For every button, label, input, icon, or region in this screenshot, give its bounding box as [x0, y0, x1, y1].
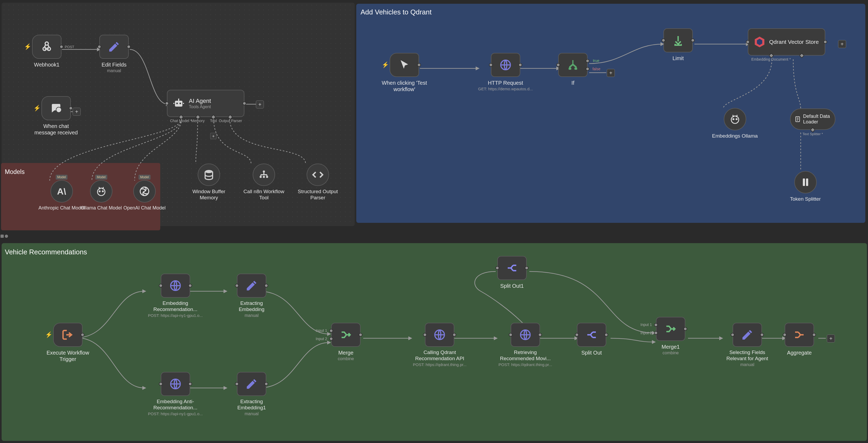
- svg-point-15: [266, 176, 268, 178]
- plus-connector[interactable]: +: [73, 108, 81, 116]
- bolt-icon: ⚡: [24, 43, 31, 50]
- ollama-icon: [728, 113, 741, 125]
- node-merge1[interactable]: Input 1 Input 2 Merge1 combine: [656, 317, 685, 355]
- anthropic-icon: A\: [57, 186, 66, 197]
- node-ollama-chat[interactable]: Model Ollama Chat Model: [81, 180, 122, 211]
- svg-point-21: [731, 116, 739, 123]
- svg-rect-25: [803, 178, 805, 186]
- merge1-in2: Input 2: [641, 331, 652, 335]
- database-icon: [203, 168, 215, 181]
- node-sub: combine: [662, 351, 679, 355]
- node-sub: manual: [245, 313, 258, 318]
- node-sub: POST: https://api-ny1-gpu1.o...: [148, 313, 203, 318]
- node-sub: POST: https://qdrant.thing.pr...: [499, 362, 552, 367]
- merge-in1: Input 1: [316, 328, 327, 333]
- node-sub: POST: https://qdrant.thing.pr...: [413, 362, 467, 367]
- node-chat-trigger[interactable]: ⚡ When chat message received: [32, 96, 80, 136]
- svg-point-3: [56, 107, 61, 113]
- pause-icon: [799, 176, 812, 189]
- svg-point-12: [263, 171, 265, 173]
- node-emb-anti[interactable]: Embedding Anti-Recommendation... POST: h…: [148, 372, 203, 416]
- node-selecting-fields[interactable]: Selecting Fields Relevant for Agent manu…: [723, 323, 771, 367]
- if-true-label: true: [593, 59, 599, 63]
- node-ai-agent[interactable]: AI Agent Tools Agent Chat Model * Memory…: [167, 90, 244, 123]
- chat-icon: [50, 102, 62, 115]
- node-label: Embeddings Ollama: [712, 133, 758, 139]
- plus-connector[interactable]: +: [607, 69, 615, 77]
- node-call-n8n[interactable]: Call n8n Workflow Tool: [240, 164, 288, 201]
- node-label: Embedding Recommendation...: [151, 300, 199, 313]
- node-sub: POST: https://api-ny1-gpu1.o...: [148, 411, 203, 416]
- node-data-loader[interactable]: Default Data Loader Text Splitter *: [790, 109, 835, 134]
- port-tool: Tool: [210, 119, 217, 123]
- node-label: Limit: [673, 55, 684, 61]
- svg-point-23: [736, 119, 737, 120]
- workflow-canvas[interactable]: Add Vehicles to Qdrant Vehicle Recommend…: [0, 0, 868, 443]
- svg-point-9: [102, 191, 103, 192]
- node-limit[interactable]: Limit: [663, 28, 693, 61]
- node-label: Merge1: [661, 344, 680, 350]
- node-exec-trigger[interactable]: ⚡ Execute Workflow Trigger: [44, 323, 92, 362]
- node-label: Qdrant Vector Store: [769, 39, 819, 45]
- plus-connector[interactable]: +: [256, 100, 264, 109]
- globe-icon: [519, 328, 532, 341]
- svg-rect-18: [575, 68, 577, 70]
- globe-icon: [169, 378, 182, 390]
- node-label: Webhook1: [34, 61, 59, 68]
- node-structured-parser[interactable]: Structured Output Parser: [294, 164, 342, 201]
- node-emb-rec[interactable]: Embedding Recommendation... POST: https:…: [148, 274, 203, 318]
- canvas-controls[interactable]: [1, 235, 8, 441]
- merge-icon: [664, 323, 677, 335]
- robot-icon: [172, 97, 185, 110]
- node-if[interactable]: true false If: [558, 53, 588, 86]
- svg-point-11: [205, 170, 213, 173]
- plus-connector[interactable]: +: [827, 334, 835, 343]
- node-label: Retrieving Recommended Movi...: [497, 350, 553, 362]
- node-split-out1[interactable]: Split Out1: [497, 256, 527, 289]
- node-calling-qdrant[interactable]: Calling Qdrant Recommendation API POST: …: [413, 323, 467, 367]
- node-label: When clicking 'Test workflow': [380, 80, 428, 92]
- node-extract-emb1[interactable]: Extracting Embedding1 manual: [227, 372, 276, 416]
- node-sub: GET: https://demo.wpautos.d...: [478, 87, 533, 91]
- globe-icon: [499, 59, 512, 71]
- node-label: Anthropic Chat Model: [38, 205, 85, 211]
- merge-in2: Input 2: [316, 337, 327, 341]
- section-vehicle-rec-title: Vehicle Recommendations: [5, 248, 87, 256]
- control-2[interactable]: [5, 235, 8, 238]
- node-retrieve[interactable]: Retrieving Recommended Movi... POST: htt…: [497, 323, 553, 367]
- webhook-icon: [40, 40, 53, 53]
- node-sub: manual: [245, 411, 258, 416]
- node-label: Default Data Loader: [803, 114, 835, 125]
- node-qdrant-vs[interactable]: Qdrant Vector Store Embedding Document *: [748, 28, 825, 61]
- node-label: Window Buffer Memory: [185, 189, 233, 201]
- document-icon: [794, 115, 801, 124]
- node-token-splitter[interactable]: Token Splitter: [790, 171, 821, 202]
- plus-connector[interactable]: +: [210, 133, 217, 139]
- node-aggregate[interactable]: Aggregate: [785, 323, 814, 356]
- code-icon: [311, 168, 324, 181]
- node-extract-emb[interactable]: Extracting Embedding manual: [227, 274, 276, 318]
- node-window-buffer[interactable]: Window Buffer Memory: [185, 164, 233, 201]
- node-embeddings-ollama[interactable]: Embeddings Ollama: [712, 108, 758, 139]
- node-http-request[interactable]: HTTP Request GET: https://demo.wpautos.d…: [478, 53, 533, 91]
- bolt-icon: ⚡: [45, 331, 52, 338]
- svg-point-7: [97, 188, 105, 196]
- node-test-workflow[interactable]: ⚡ When clicking 'Test workflow': [380, 53, 428, 92]
- bolt-icon: ⚡: [33, 105, 40, 112]
- node-label: Calling Qdrant Recommendation API: [413, 350, 466, 362]
- ollama-icon: [95, 185, 107, 198]
- node-webhook1[interactable]: ⚡ POST Webhook1: [32, 35, 61, 68]
- node-edit-fields[interactable]: Edit Fields manual: [99, 35, 129, 73]
- port-text-splitter: Text Splitter *: [803, 132, 823, 136]
- node-label: Token Splitter: [790, 196, 821, 202]
- node-openai-chat[interactable]: Model OpenAI Chat Model: [123, 180, 165, 211]
- model-badge: Model: [95, 175, 107, 180]
- node-merge[interactable]: Input 1 Input 2 Merge combine: [331, 323, 361, 361]
- node-anthropic[interactable]: Model A\ Anthropic Chat Model: [38, 180, 85, 211]
- port-output-parser: Output Parser: [219, 119, 242, 123]
- control-1[interactable]: [1, 235, 4, 238]
- globe-icon: [433, 328, 446, 341]
- node-split-out[interactable]: Split Out: [577, 323, 606, 356]
- plus-connector[interactable]: +: [838, 40, 846, 48]
- port-chat-model: Chat Model *: [170, 119, 192, 123]
